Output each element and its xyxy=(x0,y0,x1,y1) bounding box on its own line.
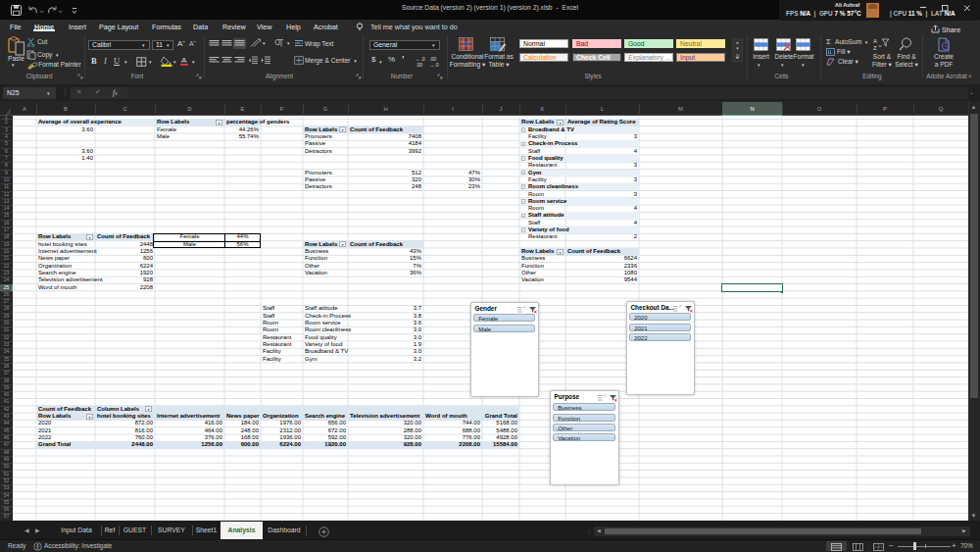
svg-text:Z: Z xyxy=(873,45,877,51)
svg-text:A: A xyxy=(873,38,877,44)
